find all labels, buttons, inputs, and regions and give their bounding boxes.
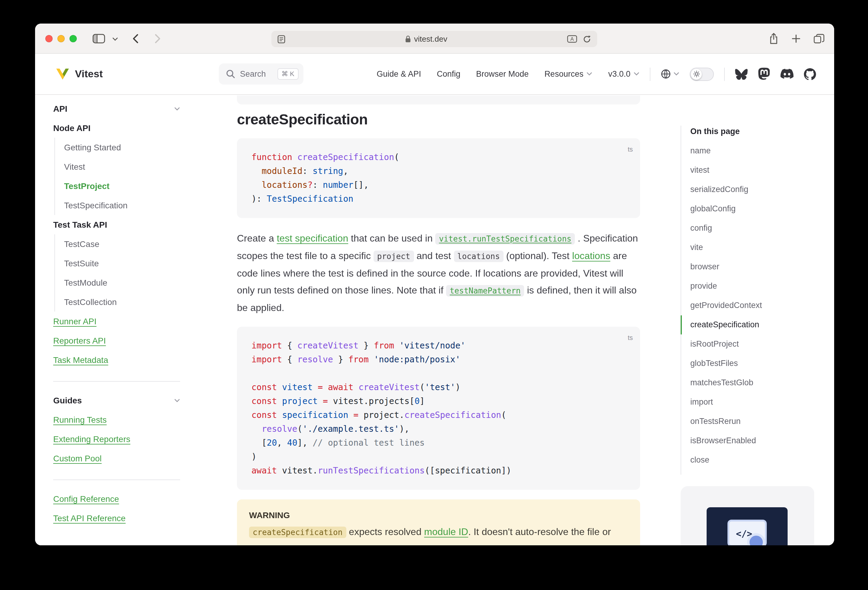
code-line: [20, 40], // optional test lines bbox=[251, 436, 626, 450]
monitor-code-icon: </> bbox=[721, 516, 773, 545]
address-bar[interactable]: vitest.dev A bbox=[272, 31, 597, 47]
back-icon[interactable] bbox=[132, 34, 139, 44]
desktop: vitest.dev A bbox=[0, 0, 868, 590]
sidebar-item-getting-started[interactable]: Getting Started bbox=[64, 138, 180, 157]
outline-active-marker bbox=[681, 315, 682, 334]
nav-link-browser-mode[interactable]: Browser Mode bbox=[476, 69, 528, 78]
doc-link-locations[interactable]: locations bbox=[572, 251, 610, 261]
outline-item-isrootproject[interactable]: isRootProject bbox=[690, 334, 834, 354]
reader-icon[interactable] bbox=[278, 35, 285, 43]
sidebar-item-testcollection[interactable]: TestCollection bbox=[64, 292, 180, 312]
sidebar-item-runner-api[interactable]: Runner API bbox=[53, 312, 180, 331]
browser-window: vitest.dev A bbox=[35, 24, 834, 545]
sidebar-toggle-icon[interactable] bbox=[93, 34, 105, 44]
doc-column: createSpecification ts function createSp… bbox=[237, 94, 640, 545]
sidebar-item-custom-pool[interactable]: Custom Pool bbox=[53, 449, 180, 468]
doc-link-test-specification[interactable]: test specification bbox=[277, 233, 348, 243]
code-line: ): TestSpecification bbox=[251, 192, 626, 206]
outline-items: namevitestserializedConfigglobalConfigco… bbox=[690, 141, 834, 470]
discord-icon[interactable] bbox=[780, 69, 794, 79]
nav-link-config[interactable]: Config bbox=[437, 69, 460, 78]
github-icon[interactable] bbox=[804, 68, 816, 80]
sidebar-item-testproject[interactable]: TestProject bbox=[64, 177, 180, 196]
code-lines: import { createVitest } from 'vitest/nod… bbox=[251, 339, 626, 478]
sponsor-card[interactable]: </> bbox=[681, 486, 814, 545]
code-line: const vitest = await createVitest('test'… bbox=[251, 380, 626, 394]
svg-text:A: A bbox=[570, 36, 574, 42]
site-logo[interactable]: Vitest bbox=[55, 54, 103, 94]
nav-dropdown-v3-0-0[interactable]: v3.0.0 bbox=[608, 69, 639, 78]
sidebar-item-config-reference[interactable]: Config Reference bbox=[53, 489, 180, 509]
content-area[interactable]: createSpecification ts function createSp… bbox=[198, 94, 834, 545]
outline-item-matchestestglob[interactable]: matchesTestGlob bbox=[690, 373, 834, 393]
bluesky-icon[interactable] bbox=[735, 68, 748, 80]
sidebar-item-testsuite[interactable]: TestSuite bbox=[64, 254, 180, 273]
browser-toolbar: vitest.dev A bbox=[35, 24, 834, 54]
sidebar-item-extending-reporters[interactable]: Extending Reporters bbox=[53, 430, 180, 449]
translate-icon[interactable]: A bbox=[567, 35, 577, 43]
sidebar-item-test-api-reference[interactable]: Test API Reference bbox=[53, 509, 180, 528]
site-title: Vitest bbox=[75, 68, 103, 80]
outline-item-isbrowserenabled[interactable]: isBrowserEnabled bbox=[690, 431, 834, 450]
text: (optional). Test bbox=[503, 251, 572, 261]
sidebar-subgroup: TestCaseTestSuiteTestModuleTestCollectio… bbox=[55, 234, 180, 312]
outline-item-vite[interactable]: vite bbox=[690, 238, 834, 257]
sidebar-item-testspecification[interactable]: TestSpecification bbox=[64, 196, 180, 215]
code-lang-badge: ts bbox=[628, 331, 633, 345]
sidebar-divider bbox=[53, 480, 180, 480]
outline-item-provide[interactable]: provide bbox=[690, 277, 834, 296]
forward-icon[interactable] bbox=[155, 34, 161, 44]
sidebar-item-test-task-api[interactable]: Test Task API bbox=[53, 215, 180, 234]
chevron-down-icon[interactable] bbox=[112, 37, 118, 41]
zoom-button[interactable] bbox=[69, 35, 77, 42]
outline-item-getprovidedcontext[interactable]: getProvidedContext bbox=[690, 296, 834, 315]
nav-link-guide-api[interactable]: Guide & API bbox=[376, 69, 421, 78]
nav-dropdown-resources[interactable]: Resources bbox=[544, 69, 592, 78]
share-icon[interactable] bbox=[769, 32, 778, 45]
tab-overview-icon[interactable] bbox=[813, 34, 824, 44]
doc-link-module-id[interactable]: module ID bbox=[424, 527, 468, 537]
page-title: createSpecification bbox=[237, 110, 640, 129]
code-line: await vitest.runTestSpecifications([spec… bbox=[251, 464, 626, 478]
sponsor-image: </> bbox=[707, 507, 788, 545]
sidebar-item-api[interactable]: API bbox=[53, 99, 180, 118]
sidebar-item-node-api[interactable]: Node API bbox=[53, 118, 180, 138]
search-button[interactable]: Search ⌘ K bbox=[219, 63, 303, 85]
outline-item-close[interactable]: close bbox=[690, 450, 834, 470]
language-menu[interactable] bbox=[661, 69, 679, 79]
close-button[interactable] bbox=[45, 35, 53, 42]
sidebar-item-vitest[interactable]: Vitest bbox=[64, 157, 180, 177]
reload-icon[interactable] bbox=[583, 35, 591, 43]
new-tab-icon[interactable] bbox=[792, 34, 800, 43]
theme-toggle-knob bbox=[691, 69, 702, 79]
navbar-border bbox=[35, 94, 834, 95]
outline-item-createspecification[interactable]: createSpecification bbox=[690, 315, 834, 334]
inline-code: project bbox=[373, 251, 414, 262]
code-lang-badge: ts bbox=[628, 143, 633, 156]
outline-item-config[interactable]: config bbox=[690, 219, 834, 238]
outline-item-globalconfig[interactable]: globalConfig bbox=[690, 199, 834, 219]
mastodon-icon[interactable] bbox=[758, 68, 770, 80]
sidebar-item-guides[interactable]: Guides bbox=[53, 391, 180, 410]
code-line: function createSpecification( bbox=[251, 150, 626, 164]
toolbar-right-buttons bbox=[769, 24, 824, 54]
outline-item-import[interactable]: import bbox=[690, 393, 834, 412]
theme-toggle[interactable] bbox=[690, 67, 714, 81]
sidebar-item-testmodule[interactable]: TestModule bbox=[64, 273, 180, 292]
outline-item-globtestfiles[interactable]: globTestFiles bbox=[690, 354, 834, 373]
inline-code-link-vitest-runtestspecifications[interactable]: vitest.runTestSpecifications bbox=[435, 233, 575, 244]
sidebar-item-reporters-api[interactable]: Reporters API bbox=[53, 331, 180, 350]
outline-item-ontestsrerun[interactable]: onTestsRerun bbox=[690, 412, 834, 431]
sidebar-item-testcase[interactable]: TestCase bbox=[64, 234, 180, 254]
url-text: vitest.dev bbox=[414, 34, 447, 44]
sidebar-item-task-metadata[interactable]: Task Metadata bbox=[53, 350, 180, 369]
outline-item-vitest[interactable]: vitest bbox=[690, 160, 834, 180]
outline-item-serializedconfig[interactable]: serializedConfig bbox=[690, 180, 834, 199]
outline-item-name[interactable]: name bbox=[690, 141, 834, 160]
code-block-1: ts function createSpecification( moduleI… bbox=[237, 138, 640, 218]
minimize-button[interactable] bbox=[58, 35, 65, 42]
inline-code-link-testnamepattern[interactable]: testNamePattern bbox=[446, 285, 524, 297]
sidebar-item-running-tests[interactable]: Running Tests bbox=[53, 410, 180, 430]
outline-item-browser[interactable]: browser bbox=[690, 257, 834, 277]
outline-title: On this page bbox=[690, 127, 740, 136]
